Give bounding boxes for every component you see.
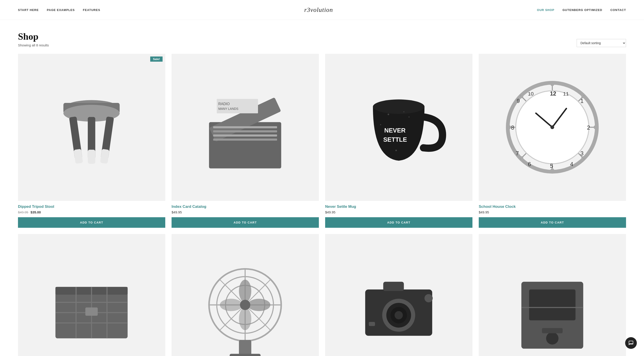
- add-to-cart-p2[interactable]: ADD TO CART: [172, 217, 319, 228]
- product-image-p8[interactable]: [479, 234, 626, 356]
- svg-point-23: [396, 150, 397, 151]
- svg-point-21: [388, 114, 389, 115]
- obj-illustration: [501, 256, 604, 356]
- product-price-p4: $49.95: [479, 210, 626, 214]
- svg-text:8: 8: [511, 124, 514, 131]
- nav-page-examples[interactable]: PAGE EXAMPLES: [47, 8, 75, 12]
- product-image-p5[interactable]: [18, 234, 165, 356]
- svg-text:7: 7: [516, 150, 519, 157]
- page-title: Shop: [18, 31, 49, 42]
- svg-point-55: [520, 156, 524, 159]
- svg-rect-78: [230, 354, 261, 356]
- site-logo[interactable]: r3volution: [304, 6, 333, 13]
- svg-text:11: 11: [563, 91, 569, 97]
- add-to-cart-p3[interactable]: ADD TO CART: [325, 217, 472, 228]
- product-price-p3: $49.95: [325, 210, 472, 214]
- svg-point-22: [409, 117, 410, 118]
- svg-point-75: [220, 299, 242, 311]
- sort-wrapper: Default sorting Sort by popularity Sort …: [577, 39, 626, 47]
- svg-rect-13: [213, 135, 277, 137]
- svg-text:NEVER: NEVER: [384, 127, 406, 134]
- nav-our-shop[interactable]: OUR SHOP: [537, 8, 554, 12]
- svg-point-52: [520, 96, 524, 98]
- svg-point-18: [373, 100, 424, 114]
- svg-text:3: 3: [580, 150, 584, 157]
- svg-point-76: [240, 300, 250, 310]
- main-content: Shop Showing all 8 results Default sorti…: [0, 20, 644, 356]
- svg-rect-77: [239, 340, 251, 356]
- svg-point-51: [508, 126, 511, 129]
- svg-text:2: 2: [587, 124, 590, 131]
- product-name-p3[interactable]: Never Settle Mug: [325, 204, 472, 209]
- svg-rect-6: [88, 150, 95, 164]
- svg-point-48: [550, 82, 554, 86]
- sort-select[interactable]: Default sorting Sort by popularity Sort …: [577, 39, 626, 47]
- nav-start-here[interactable]: START HERE: [18, 8, 39, 12]
- svg-point-85: [424, 294, 433, 302]
- svg-rect-15: [217, 99, 258, 113]
- svg-text:SETTLE: SETTLE: [383, 136, 407, 143]
- svg-point-74: [239, 308, 251, 330]
- clock-illustration: 12 1 2 3 4 5 6 7 8 9 10 11: [501, 76, 604, 179]
- product-image-dipped-tripod-stool[interactable]: Sale!: [18, 54, 165, 201]
- stool-illustration: [40, 76, 143, 179]
- product-image-p7[interactable]: [325, 234, 472, 356]
- nav-left: START HERE PAGE EXAMPLES FEATURES: [18, 8, 100, 12]
- svg-rect-90: [542, 328, 563, 333]
- chat-bubble[interactable]: [625, 337, 637, 349]
- shop-header: Shop Showing all 8 results Default sorti…: [18, 31, 626, 47]
- svg-rect-4: [74, 149, 83, 164]
- svg-point-83: [395, 311, 403, 320]
- product-card-bottom: [172, 234, 319, 356]
- product-card-bottom: [479, 234, 626, 356]
- svg-rect-86: [369, 322, 375, 326]
- svg-rect-64: [85, 308, 98, 316]
- nav-features[interactable]: FEATURES: [83, 8, 100, 12]
- svg-point-73: [248, 299, 270, 311]
- product-image-p6[interactable]: [172, 234, 319, 356]
- fan-illustration: [194, 256, 297, 356]
- product-name-p4[interactable]: School House Clock: [479, 204, 626, 209]
- svg-point-89: [546, 332, 558, 345]
- product-image-index-card-catalog[interactable]: RADIO MANY LANDS: [172, 54, 319, 201]
- add-to-cart-p4[interactable]: ADD TO CART: [479, 217, 626, 228]
- results-count: Showing all 8 results: [18, 43, 49, 47]
- svg-text:10: 10: [528, 91, 534, 97]
- box-illustration: RADIO MANY LANDS: [194, 76, 297, 179]
- nav-contact[interactable]: CONTACT: [610, 8, 626, 12]
- product-image-school-house-clock[interactable]: 12 1 2 3 4 5 6 7 8 9 10 11: [479, 54, 626, 201]
- svg-text:12: 12: [550, 90, 556, 97]
- add-to-cart-p1[interactable]: ADD TO CART: [18, 217, 165, 228]
- svg-point-47: [550, 126, 554, 129]
- product-card-bottom: [325, 234, 472, 356]
- svg-text:9: 9: [517, 98, 520, 104]
- svg-text:1: 1: [580, 98, 584, 104]
- svg-point-24: [404, 111, 405, 113]
- svg-text:5: 5: [550, 163, 553, 169]
- nav-gutenberg[interactable]: GUTENBERG OPTIMIZED: [562, 8, 602, 12]
- svg-text:RADIO: RADIO: [218, 102, 230, 106]
- camera-illustration: [347, 256, 450, 356]
- svg-point-50: [550, 169, 554, 173]
- product-card: 12 1 2 3 4 5 6 7 8 9 10 11: [479, 54, 626, 228]
- svg-text:4: 4: [570, 161, 573, 167]
- svg-point-25: [380, 124, 381, 125]
- svg-rect-84: [383, 282, 404, 291]
- product-card: Sale! Dipped Tr: [18, 54, 165, 228]
- nav-right: OUR SHOP GUTENBERG OPTIMIZED CONTACT: [537, 8, 626, 12]
- svg-point-53: [581, 96, 584, 98]
- chat-icon: [628, 340, 634, 346]
- svg-point-54: [581, 156, 584, 159]
- product-name-p1[interactable]: Dipped Tripod Stool: [18, 204, 165, 209]
- sale-badge: Sale!: [150, 56, 162, 62]
- mug-illustration: NEVER SETTLE: [347, 76, 450, 179]
- product-card: NEVER SETTLE Never Settle Mug $49.95 ADD…: [325, 54, 472, 228]
- product-card-bottom: [18, 234, 165, 356]
- product-price-p2: $49.95: [172, 210, 319, 214]
- site-header: START HERE PAGE EXAMPLES FEATURES r3volu…: [0, 0, 644, 20]
- product-card: RADIO MANY LANDS Index Card Catalog $49.…: [172, 54, 319, 228]
- product-name-p2[interactable]: Index Card Catalog: [172, 204, 319, 209]
- product-grid-row2: [18, 234, 626, 356]
- product-image-never-settle-mug[interactable]: NEVER SETTLE: [325, 54, 472, 201]
- svg-rect-8: [100, 149, 110, 164]
